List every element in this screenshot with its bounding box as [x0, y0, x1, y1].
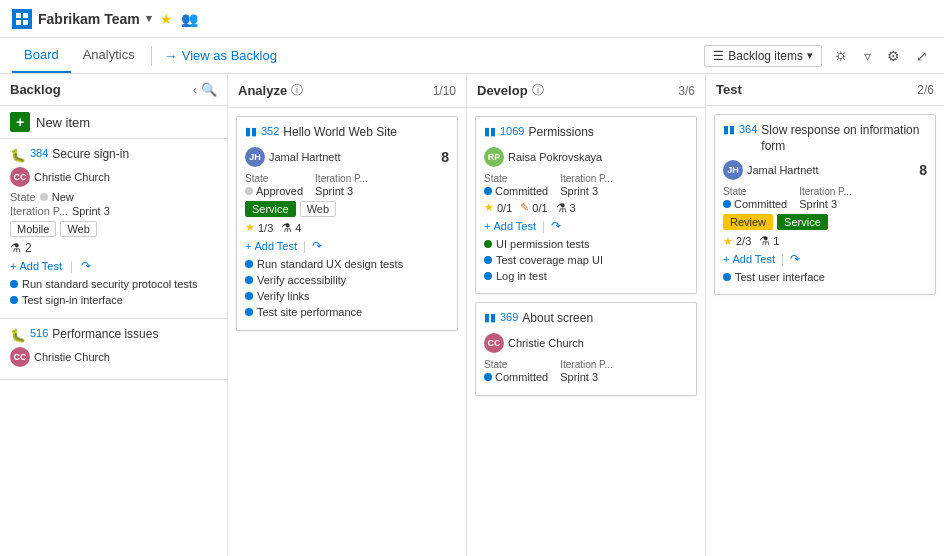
- backlog-col-actions: ‹ 🔍: [193, 82, 217, 97]
- test-dot: [484, 240, 492, 248]
- star-icon[interactable]: ★: [160, 11, 173, 27]
- gear-icon[interactable]: ⚙: [883, 46, 904, 66]
- avatar: JH: [723, 160, 743, 180]
- separator: |: [542, 219, 545, 233]
- backlog-search-btn[interactable]: 🔍: [201, 82, 217, 97]
- plus-icon: +: [723, 253, 729, 265]
- test-col-header: Test 2/6: [706, 74, 944, 106]
- chevron-icon[interactable]: ▾: [146, 12, 152, 25]
- item-id[interactable]: 516: [30, 327, 48, 339]
- item-id[interactable]: 384: [30, 147, 48, 159]
- refresh-btn[interactable]: ↷: [551, 219, 561, 233]
- analyze-col-count: 1/10: [433, 84, 456, 98]
- kanban-card: ▮▮ 364 Slow response on information form…: [714, 114, 936, 295]
- kcard-score: 8: [441, 149, 449, 165]
- develop-col-title: Develop: [477, 83, 528, 98]
- state-dot: [245, 187, 253, 195]
- refresh-btn[interactable]: ↷: [312, 239, 322, 253]
- iteration-val: Sprint 3: [799, 198, 852, 210]
- passed-frac: 2/3: [736, 235, 751, 247]
- iteration-label: Iteration P...: [560, 359, 613, 370]
- analyze-info-icon[interactable]: ⓘ: [291, 82, 303, 99]
- kcard-id[interactable]: 1069: [500, 125, 524, 137]
- kcard-iter-item: Iteration P... Sprint 3: [560, 173, 613, 197]
- kcard-iter-item: Iteration P... Sprint 3: [799, 186, 852, 210]
- avatar: CC: [10, 167, 30, 187]
- tag-service[interactable]: Service: [245, 201, 296, 217]
- team-name[interactable]: Fabrikam Team ▾: [12, 9, 152, 29]
- settings-icon[interactable]: ⛭: [830, 46, 852, 66]
- backlog-collapse-btn[interactable]: ‹: [193, 83, 197, 97]
- filter-icon[interactable]: ▿: [860, 46, 875, 66]
- avatar: RP: [484, 147, 504, 167]
- tag-web[interactable]: Web: [60, 221, 96, 237]
- tags-row: Mobile Web: [10, 221, 217, 237]
- add-test-btn[interactable]: + Add Test: [484, 220, 536, 232]
- tag-service[interactable]: Service: [777, 214, 828, 230]
- avatar: JH: [245, 147, 265, 167]
- add-test-btn[interactable]: + Add Test: [723, 253, 775, 265]
- flask-icon: ⚗: [759, 234, 770, 248]
- nav-board[interactable]: Board: [12, 38, 71, 73]
- test-item: Verify accessibility: [245, 273, 449, 287]
- svg-rect-1: [23, 13, 28, 18]
- analyze-col-header: Analyze ⓘ 1/10: [228, 74, 466, 108]
- tag-web[interactable]: Web: [300, 201, 336, 217]
- kcard-state-row: State Committed Iteration P... Sprint 3: [484, 359, 688, 383]
- tag-review[interactable]: Review: [723, 214, 773, 230]
- develop-info-icon[interactable]: ⓘ: [532, 82, 544, 99]
- test-dot: [484, 256, 492, 264]
- test-text: Run standard security protocol tests: [22, 277, 197, 291]
- backlog-items-btn[interactable]: ☰ Backlog items ▾: [704, 45, 822, 67]
- test-item: Verify links: [245, 289, 449, 303]
- state-dot: [484, 187, 492, 195]
- test-items: ▮▮ 364 Slow response on information form…: [706, 106, 944, 556]
- kcard-state-row: State Committed Iteration P... Sprint 3: [723, 186, 927, 210]
- add-test-btn[interactable]: + Add Test: [245, 240, 297, 252]
- kcard-header: ▮▮ 352 Hello World Web Site: [245, 125, 449, 141]
- refresh-btn[interactable]: ↷: [81, 259, 91, 273]
- test-item: Run standard UX design tests: [245, 257, 449, 271]
- iteration-label: Iteration P...: [10, 205, 68, 217]
- kcard-id[interactable]: 364: [739, 123, 757, 135]
- state-value: New: [52, 191, 74, 203]
- passed-count: ★ 2/3: [723, 235, 751, 248]
- new-item-plus-icon: +: [10, 112, 30, 132]
- kcard-counts: ★ 2/3 ⚗ 1: [723, 234, 927, 248]
- analyze-items: ▮▮ 352 Hello World Web Site JH Jamal Har…: [228, 108, 466, 556]
- kcard-icon: ▮▮: [484, 311, 496, 324]
- new-item-btn[interactable]: + New item: [0, 106, 227, 139]
- kcard-actions: + Add Test | ↷: [484, 219, 688, 233]
- develop-col-header: Develop ⓘ 3/6: [467, 74, 705, 108]
- refresh-btn[interactable]: ↷: [790, 252, 800, 266]
- nav-analytics[interactable]: Analytics: [71, 38, 147, 73]
- tag-mobile[interactable]: Mobile: [10, 221, 56, 237]
- test-item: Run standard security protocol tests: [10, 277, 217, 291]
- kcard-tests: Run standard UX design tests Verify acce…: [245, 257, 449, 320]
- kcard-id[interactable]: 352: [261, 125, 279, 137]
- add-test-btn[interactable]: + Add Test: [10, 260, 62, 272]
- develop-col-count: 3/6: [678, 84, 695, 98]
- test-dot: [245, 308, 253, 316]
- add-test-label: Add Test: [732, 253, 775, 265]
- test-dot: [723, 273, 731, 281]
- kcard-state-item: State Committed: [484, 173, 548, 197]
- iteration-value: Sprint 3: [72, 205, 110, 217]
- kcard-title: Slow response on information form: [761, 123, 927, 154]
- fullscreen-icon[interactable]: ⤢: [912, 46, 932, 66]
- backlog-col-header: Backlog ‹ 🔍: [0, 74, 227, 106]
- backlog-items-list: 🐛 384 Secure sign-in CC Christie Church …: [0, 139, 227, 556]
- test-text: Verify accessibility: [257, 273, 346, 287]
- kcard-title: Permissions: [528, 125, 688, 141]
- people-icon[interactable]: 👥: [181, 11, 198, 27]
- backlog-column: Backlog ‹ 🔍 + New item 🐛 384 Secure sign…: [0, 74, 228, 556]
- state-text: Committed: [734, 198, 787, 210]
- test-dot: [10, 296, 18, 304]
- view-backlog-btn[interactable]: → View as Backlog: [156, 48, 285, 64]
- iteration-val: Sprint 3: [315, 185, 368, 197]
- kcard-id[interactable]: 369: [500, 311, 518, 323]
- develop-column: Develop ⓘ 3/6 ▮▮ 1069 Permissions RP Rai…: [467, 74, 706, 556]
- flask-icon: ⚗: [281, 221, 292, 235]
- state-label: State: [723, 186, 787, 197]
- backlog-card: 🐛 384 Secure sign-in CC Christie Church …: [0, 139, 227, 319]
